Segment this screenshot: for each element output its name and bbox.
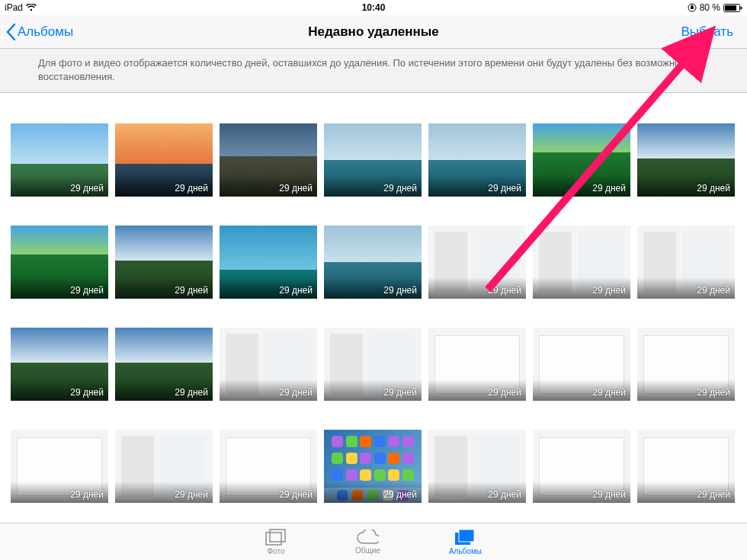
battery-percent: 80 % bbox=[700, 2, 720, 13]
nav-bar: Альбомы Недавно удаленные Выбрать bbox=[0, 15, 747, 49]
tab-bar: Фото Общие Альбомы bbox=[0, 523, 747, 560]
chevron-left-icon bbox=[6, 24, 16, 40]
tab-label: Альбомы bbox=[449, 547, 482, 555]
status-bar: iPad 10:40 80 % bbox=[0, 0, 747, 15]
days-remaining: 29 дней bbox=[383, 183, 417, 194]
albums-icon bbox=[454, 529, 476, 546]
days-remaining: 29 дней bbox=[488, 285, 521, 296]
photo-thumb[interactable]: 29 дней bbox=[428, 328, 526, 401]
photo-thumb[interactable]: 29 дней bbox=[220, 430, 317, 503]
days-remaining: 29 дней bbox=[488, 183, 521, 194]
photo-thumb[interactable]: 29 дней bbox=[11, 430, 108, 503]
photo-thumb[interactable]: 29 дней bbox=[11, 123, 108, 197]
photo-thumb[interactable]: 29 дней bbox=[115, 328, 213, 401]
photo-thumb[interactable]: 29 дней bbox=[220, 328, 317, 401]
photo-thumb[interactable]: 29 дней bbox=[637, 328, 735, 401]
select-button[interactable]: Выбрать bbox=[681, 24, 741, 40]
photo-thumb[interactable]: 29 дней bbox=[637, 123, 735, 197]
tab-shared[interactable]: Общие bbox=[355, 530, 380, 555]
photo-thumb[interactable]: 29 дней bbox=[11, 226, 108, 299]
photo-thumb[interactable]: 29 дней bbox=[428, 226, 526, 299]
days-remaining: 29 дней bbox=[697, 285, 730, 296]
photo-thumb[interactable]: 29 дней bbox=[533, 123, 630, 197]
days-remaining: 29 дней bbox=[592, 387, 626, 398]
info-strip: Для фото и видео отображается количество… bbox=[0, 49, 747, 93]
days-remaining: 29 дней bbox=[70, 489, 104, 500]
days-remaining: 29 дней bbox=[175, 285, 208, 296]
photo-thumb[interactable]: 29 дней bbox=[324, 430, 422, 503]
tab-label: Фото bbox=[268, 547, 285, 555]
photo-thumb[interactable]: 29 дней bbox=[637, 226, 735, 299]
photo-thumb[interactable]: 29 дней bbox=[428, 430, 526, 503]
days-remaining: 29 дней bbox=[70, 285, 104, 296]
battery-icon bbox=[723, 4, 742, 12]
photo-thumb[interactable]: 29 дней bbox=[115, 123, 213, 197]
photo-thumb[interactable]: 29 дней bbox=[533, 328, 630, 401]
days-remaining: 29 дней bbox=[488, 489, 521, 500]
clock: 10:40 bbox=[362, 2, 386, 13]
photo-thumb[interactable]: 29 дней bbox=[324, 328, 422, 401]
photo-thumb[interactable]: 29 дней bbox=[115, 226, 213, 299]
days-remaining: 29 дней bbox=[697, 489, 730, 500]
days-remaining: 29 дней bbox=[279, 489, 313, 500]
photo-thumb[interactable]: 29 дней bbox=[324, 123, 422, 197]
photo-grid-container: 29 дней29 дней29 дней29 дней29 дней29 дн… bbox=[0, 93, 747, 537]
photo-thumb[interactable]: 29 дней bbox=[428, 123, 526, 197]
tab-label: Общие bbox=[355, 546, 380, 555]
photo-thumb[interactable]: 29 дней bbox=[115, 430, 213, 503]
days-remaining: 29 дней bbox=[175, 489, 208, 500]
days-remaining: 29 дней bbox=[697, 183, 730, 194]
days-remaining: 29 дней bbox=[383, 387, 417, 398]
photo-thumb[interactable]: 29 дней bbox=[533, 430, 630, 503]
days-remaining: 29 дней bbox=[383, 285, 417, 296]
info-text: Для фото и видео отображается количество… bbox=[38, 57, 695, 82]
device-label: iPad bbox=[5, 2, 23, 13]
orientation-lock-icon bbox=[688, 3, 697, 12]
days-remaining: 29 дней bbox=[592, 183, 626, 194]
days-remaining: 29 дней bbox=[279, 285, 313, 296]
photo-thumb[interactable]: 29 дней bbox=[637, 430, 735, 503]
cloud-icon bbox=[356, 530, 379, 545]
days-remaining: 29 дней bbox=[592, 285, 626, 296]
svg-rect-5 bbox=[270, 530, 285, 542]
days-remaining: 29 дней bbox=[592, 489, 626, 500]
photo-thumb[interactable]: 29 дней bbox=[533, 226, 630, 299]
wifi-icon bbox=[26, 4, 37, 11]
days-remaining: 29 дней bbox=[175, 387, 208, 398]
back-button[interactable]: Альбомы bbox=[6, 24, 73, 40]
days-remaining: 29 дней bbox=[70, 183, 104, 194]
svg-rect-2 bbox=[725, 5, 736, 11]
page-title: Недавно удаленные bbox=[308, 24, 439, 40]
days-remaining: 29 дней bbox=[70, 387, 104, 398]
days-remaining: 29 дней bbox=[383, 489, 417, 500]
photo-grid: 29 дней29 дней29 дней29 дней29 дней29 дн… bbox=[11, 123, 736, 503]
photo-thumb[interactable]: 29 дней bbox=[324, 226, 422, 299]
days-remaining: 29 дней bbox=[175, 183, 208, 194]
svg-rect-4 bbox=[266, 533, 281, 545]
photo-thumb[interactable]: 29 дней bbox=[11, 328, 108, 401]
tab-photos[interactable]: Фото bbox=[265, 529, 287, 555]
days-remaining: 29 дней bbox=[279, 387, 313, 398]
days-remaining: 29 дней bbox=[488, 387, 521, 398]
photos-icon bbox=[265, 529, 287, 546]
svg-rect-3 bbox=[741, 6, 742, 9]
photo-thumb[interactable]: 29 дней bbox=[220, 226, 317, 299]
days-remaining: 29 дней bbox=[697, 387, 730, 398]
tab-albums[interactable]: Альбомы bbox=[449, 529, 482, 555]
photo-thumb[interactable]: 29 дней bbox=[220, 123, 317, 197]
days-remaining: 29 дней bbox=[279, 183, 313, 194]
svg-rect-7 bbox=[459, 530, 474, 542]
back-label: Альбомы bbox=[18, 24, 73, 40]
